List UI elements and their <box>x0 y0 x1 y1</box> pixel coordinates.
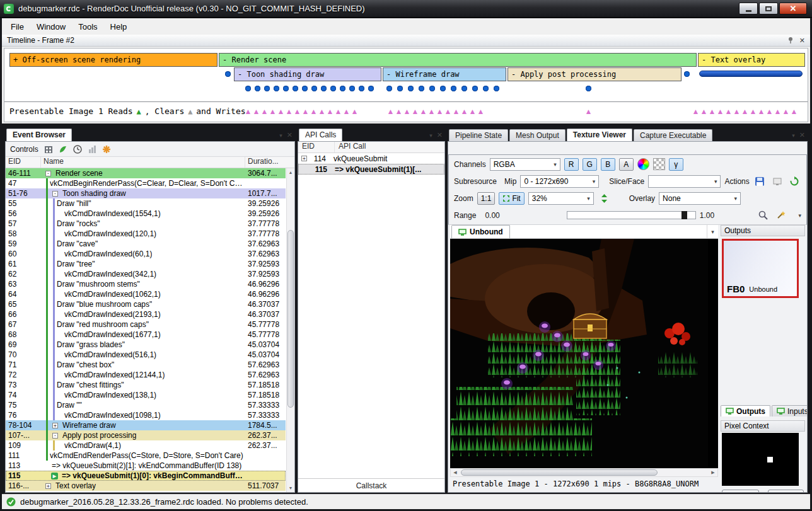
api-call-row[interactable]: +114vkQueueSubmit <box>298 153 444 164</box>
close-button[interactable]: ✕ <box>779 3 807 14</box>
tab-event-browser[interactable]: Event Browser <box>6 129 72 141</box>
texture-tab-unbound[interactable]: Unbound <box>451 225 510 238</box>
expander-icon[interactable]: + <box>301 156 307 161</box>
channel-green-toggle[interactable]: G <box>583 158 597 171</box>
color-wheel-icon[interactable] <box>637 158 649 170</box>
scrollbar-thumb[interactable] <box>461 469 658 476</box>
event-row[interactable]: 65Draw "blue mushroom caps"46.37037 <box>6 299 286 309</box>
event-row[interactable]: 60vkCmdDrawIndexed(60,1)37.62963 <box>6 249 286 259</box>
zoom-1to1-button[interactable]: 1:1 <box>477 192 496 205</box>
panel-menu-icon[interactable]: ▾ <box>792 132 795 139</box>
maximize-button[interactable] <box>759 3 778 14</box>
event-row[interactable]: 61Draw "tree"37.92593 <box>6 259 286 269</box>
timeline-block-wireframe[interactable]: - Wireframe draw <box>383 67 506 81</box>
flip-y-icon[interactable] <box>598 192 612 205</box>
event-row[interactable]: 73Draw "chest fittings"57.18518 <box>6 380 286 390</box>
panel-menu-icon[interactable]: ▾ <box>279 132 282 139</box>
event-row[interactable]: 70vkCmdDrawIndexed(516,1)45.03704 <box>6 350 286 360</box>
gamma-toggle[interactable]: γ <box>669 158 683 171</box>
texture-viewport[interactable] <box>450 239 718 468</box>
event-row[interactable]: 63Draw "mushroom stems"46.96296 <box>6 279 286 289</box>
event-row[interactable]: 64vkCmdDrawIndexed(1062,1)46.96296 <box>6 289 286 299</box>
tab-texture-viewer[interactable]: Texture Viewer <box>567 129 632 141</box>
channel-alpha-toggle[interactable]: A <box>619 158 634 171</box>
text-overlay-events-bar[interactable] <box>699 71 803 77</box>
event-row[interactable]: 113=> vkQueueSubmit(2)[1]: vkEndCommandB… <box>6 461 286 471</box>
event-row[interactable]: 51-76-Toon shading draw1017.7... <box>6 188 286 198</box>
event-row[interactable]: 56vkCmdDrawIndexed(1554,1)39.25926 <box>6 209 286 219</box>
scroll-left-icon[interactable]: ◀ <box>451 469 460 476</box>
event-row[interactable]: 46-111-Render scene3064.7... <box>6 168 286 178</box>
event-row[interactable]: 67Draw "red mushroom caps"45.77778 <box>6 319 286 330</box>
event-row[interactable]: 58vkCmdDrawIndexed(120,1)37.77778 <box>6 229 286 239</box>
expander-icon[interactable]: - <box>52 433 58 439</box>
timeline-block-text-overlay[interactable]: - Text overlay <box>698 53 805 67</box>
event-row[interactable]: 68vkCmdDrawIndexed(1677,1)45.77778 <box>6 330 286 340</box>
minimize-button[interactable] <box>739 3 758 14</box>
close-icon[interactable]: ✕ <box>799 37 805 45</box>
texture-list-dropdown-icon[interactable]: ▾ <box>707 225 718 238</box>
expander-icon[interactable]: + <box>45 483 51 489</box>
channel-red-toggle[interactable]: R <box>564 158 579 171</box>
expander-icon[interactable]: + <box>52 423 58 428</box>
refresh-icon[interactable] <box>788 175 801 188</box>
name-column-header[interactable]: Name <box>41 157 245 168</box>
debug-button[interactable]: Debug <box>768 490 804 493</box>
scroll-up-icon[interactable]: ▲ <box>287 168 294 176</box>
tab-inputs[interactable]: Inputs <box>772 405 808 416</box>
options-icon[interactable] <box>102 145 111 154</box>
menu-help[interactable]: Help <box>104 20 134 34</box>
wireframe-draw-event-dots[interactable] <box>386 86 499 91</box>
expander-icon[interactable]: - <box>52 191 58 197</box>
tab-api-calls[interactable]: API Calls <box>299 129 342 141</box>
zoom-percent-select[interactable]: 32% <box>528 192 594 205</box>
time-durations-icon[interactable] <box>73 145 82 154</box>
event-row[interactable]: 55Draw "hill"39.25926 <box>6 198 286 209</box>
event-row[interactable]: 109vkCmdDraw(4,1)262.37... <box>6 440 286 451</box>
texture-horizontal-scrollbar[interactable]: ◀ ▶ <box>450 468 718 477</box>
close-icon[interactable]: ✕ <box>437 131 443 139</box>
timeline-canvas[interactable]: + Off-screen scene rendering - Render sc… <box>4 48 808 122</box>
post-processing-event-dots[interactable] <box>586 86 591 91</box>
tab-capture-executable[interactable]: Capture Executable <box>634 129 712 141</box>
history-button[interactable]: History <box>722 490 759 493</box>
scroll-right-icon[interactable]: ▶ <box>709 469 717 476</box>
event-row[interactable]: 107-...-Apply post processing262.37... <box>6 430 286 440</box>
expander-icon[interactable]: - <box>45 171 51 176</box>
zoom-fit-button[interactable]: Fit <box>499 192 524 205</box>
menu-window[interactable]: Window <box>30 20 72 34</box>
event-row[interactable]: 62vkCmdDrawIndexed(342,1)37.92593 <box>6 269 286 279</box>
pixel-context-view[interactable] <box>722 433 799 486</box>
event-row[interactable]: 66vkCmdDrawIndexed(2193,1)46.37037 <box>6 309 286 319</box>
fb0-thumbnail[interactable]: FB0 Unbound <box>722 239 799 298</box>
event-browser-scrollbar[interactable]: ▲ ▼ <box>286 168 294 492</box>
write-markers-group[interactable] <box>584 105 593 118</box>
range-slider[interactable] <box>567 211 696 219</box>
toolbar-overflow-icon[interactable]: ▾ <box>798 212 801 219</box>
sliceface-select[interactable] <box>648 175 721 188</box>
event-row[interactable]: 72vkCmdDrawIndexed(12144,1)57.62963 <box>6 370 286 380</box>
channels-select[interactable]: RGBA <box>490 158 560 171</box>
timeline-block-render-scene[interactable]: - Render scene <box>219 53 697 67</box>
close-icon[interactable]: ✕ <box>799 131 805 139</box>
write-markers-group[interactable] <box>386 105 485 118</box>
eid-column-header[interactable]: EID <box>298 142 335 152</box>
event-row[interactable]: 57Draw "rocks"37.77778 <box>6 219 286 229</box>
tab-outputs[interactable]: Outputs <box>721 405 770 416</box>
event-dot[interactable] <box>225 71 231 77</box>
channel-blue-toggle[interactable]: B <box>601 158 615 171</box>
zoom-range-icon[interactable] <box>756 209 770 222</box>
event-row[interactable]: 76vkCmdDrawIndexed(1098,1)57.33333 <box>6 410 286 420</box>
save-texture-icon[interactable] <box>753 175 767 188</box>
mip-select[interactable]: 0 - 1272x690 <box>520 175 599 188</box>
callstack-section[interactable]: Callstack <box>298 478 444 492</box>
open-texture-list-icon[interactable] <box>770 175 784 188</box>
event-dot[interactable] <box>684 71 690 77</box>
event-row[interactable]: 78-104+Wireframe draw1784.5... <box>6 420 286 430</box>
timeline-block-post-processing[interactable]: - Apply post processing <box>508 67 682 81</box>
event-row[interactable]: 74vkCmdDrawIndexed(138,1)57.18518 <box>6 390 286 400</box>
statistics-icon[interactable] <box>88 145 96 154</box>
write-markers-group[interactable] <box>244 105 359 118</box>
scrollbar-thumb[interactable] <box>287 230 294 408</box>
duration-column-header[interactable]: Duratio... <box>245 157 286 168</box>
